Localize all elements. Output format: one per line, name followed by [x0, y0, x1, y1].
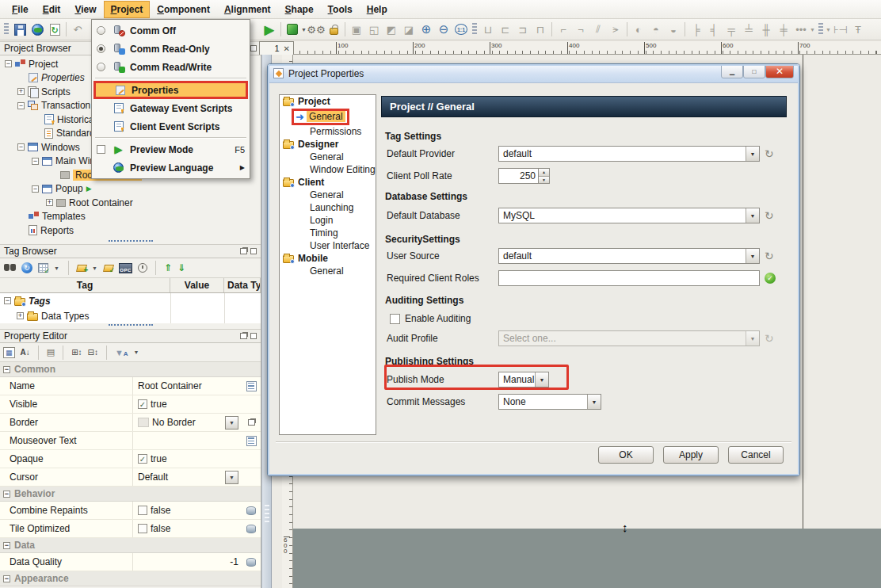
menu-tools[interactable]: Tools: [321, 1, 360, 18]
zoom-in-button[interactable]: ⊕: [418, 21, 435, 38]
tree-item-root-container-popup[interactable]: Root Container: [0, 196, 261, 210]
flip-horizontal-button[interactable]: ⫽: [589, 21, 607, 38]
panel-splitter-handle[interactable]: [109, 240, 153, 242]
edit-text-icon[interactable]: [246, 381, 257, 391]
tree-designer[interactable]: Designer: [280, 138, 376, 151]
commit-messages-combo[interactable]: None▼: [498, 394, 601, 410]
refresh-icon[interactable]: ↻: [765, 250, 774, 262]
rotate-right-button[interactable]: ¬: [572, 21, 589, 38]
align-h-right-button[interactable]: ╡: [705, 21, 723, 38]
undo-button[interactable]: ↶: [69, 21, 86, 38]
float-panel-icon[interactable]: [240, 248, 247, 254]
menu-alignment[interactable]: Alignment: [217, 1, 278, 18]
security-button[interactable]: [325, 21, 342, 38]
database-binding-icon[interactable]: [246, 558, 256, 567]
opc-browse-icon[interactable]: OPC: [119, 263, 132, 273]
export-tags-icon[interactable]: ⇓: [177, 262, 185, 273]
toolbar-grip[interactable]: [472, 23, 477, 36]
zoom-actual-button[interactable]: 1:1: [452, 21, 470, 38]
tree-client[interactable]: Client: [280, 176, 376, 189]
menu-item-comm-off[interactable]: Comm Off: [93, 21, 249, 40]
align-right-button[interactable]: ⊐: [514, 21, 532, 38]
tree-launching[interactable]: Launching: [280, 201, 376, 214]
tree-window-editing[interactable]: Window Editing: [280, 163, 376, 176]
align-top-button[interactable]: ⊓: [532, 21, 549, 38]
shape-union-button[interactable]: ◐: [630, 21, 647, 38]
menu-item-comm-read-only[interactable]: Comm Read-Only: [93, 40, 249, 58]
refresh-icon[interactable]: ↻: [765, 147, 774, 160]
select-bounds-button[interactable]: ▣: [348, 21, 365, 38]
update-project-button[interactable]: [46, 21, 63, 38]
import-tags-icon[interactable]: ⇑: [164, 262, 172, 273]
minimize-panel-icon[interactable]: [250, 45, 257, 52]
resize-handle-icon[interactable]: ↕: [622, 521, 628, 534]
tree-designer-general[interactable]: General: [280, 151, 376, 163]
float-panel-icon[interactable]: [240, 333, 247, 339]
expander-icon[interactable]: [4, 297, 11, 304]
section-appearance[interactable]: Appearance: [0, 571, 261, 586]
shape-intersect-button[interactable]: ◓: [647, 21, 665, 38]
client-poll-rate-spinner[interactable]: 250 ▲▼: [498, 168, 550, 184]
gateway-button[interactable]: [29, 21, 46, 38]
toolbar-grip[interactable]: [4, 23, 9, 36]
visible-checkbox[interactable]: [138, 399, 147, 409]
name-value[interactable]: Root Container: [133, 377, 242, 395]
align-left-button[interactable]: ⊏: [497, 21, 514, 38]
center-horizontal-button[interactable]: ╫: [757, 21, 775, 38]
border-dropdown-button[interactable]: ▼: [225, 416, 238, 430]
collapse-section-icon[interactable]: [3, 575, 10, 582]
tree-mobile-general[interactable]: General: [280, 265, 376, 277]
tree-item-tags[interactable]: Tags: [0, 293, 261, 308]
show-description-icon[interactable]: ▤: [47, 347, 55, 357]
menu-project[interactable]: Project: [104, 1, 151, 18]
expander-icon[interactable]: [17, 312, 24, 319]
menu-file[interactable]: File: [5, 1, 36, 18]
menu-edit[interactable]: Edit: [36, 1, 68, 18]
combine-repaints-checkbox[interactable]: [138, 506, 147, 515]
required-client-roles-input[interactable]: [498, 270, 760, 286]
expander-icon[interactable]: [5, 60, 12, 67]
tag-column-header[interactable]: Tag: [0, 278, 170, 292]
section-behavior[interactable]: Behavior: [0, 487, 261, 502]
datatype-column-header[interactable]: Data Type: [224, 278, 261, 292]
panel-splitter-handle[interactable]: [109, 324, 153, 326]
match-height-button[interactable]: Ŧ: [849, 21, 867, 38]
categorize-view-icon[interactable]: ▦: [3, 347, 15, 358]
menu-view[interactable]: View: [67, 1, 103, 18]
distribute-dropdown-arrow-icon[interactable]: ▼: [810, 27, 816, 32]
project-settings-button[interactable]: ⚙⚙: [307, 21, 325, 38]
collapse-section-icon[interactable]: [3, 491, 10, 498]
section-common[interactable]: Common: [0, 362, 261, 377]
crop-button[interactable]: ◱: [365, 21, 383, 38]
cancel-button[interactable]: Cancel: [728, 446, 784, 464]
menu-item-comm-read-write[interactable]: Comm Read/Write: [93, 58, 249, 76]
match-width-button[interactable]: ⊦⊣: [832, 21, 849, 38]
search-tags-icon[interactable]: [4, 264, 16, 272]
tile-optimized-checkbox[interactable]: [138, 524, 147, 533]
section-data[interactable]: Data: [0, 538, 261, 553]
refresh-tags-icon[interactable]: ↻: [21, 262, 32, 273]
save-button[interactable]: [11, 21, 29, 38]
expander-icon[interactable]: [17, 102, 25, 109]
spinner-up-icon[interactable]: ▲: [539, 169, 549, 177]
expander-icon[interactable]: [17, 88, 25, 95]
minimize-panel-icon[interactable]: [250, 248, 257, 254]
size-dropdown-arrow-icon[interactable]: ▼: [826, 27, 832, 32]
align-bottom-button[interactable]: ⊔: [479, 21, 497, 38]
tree-mobile[interactable]: Mobile: [280, 252, 376, 265]
expander-icon[interactable]: [46, 199, 53, 206]
distribute-button[interactable]: •••: [792, 21, 810, 38]
menu-item-properties[interactable]: Properties: [93, 81, 248, 99]
tree-item-reports[interactable]: Reports: [0, 223, 261, 238]
edit-tags-icon[interactable]: [38, 263, 48, 273]
enable-auditing-checkbox[interactable]: [390, 314, 400, 324]
add-tag-dropdown-arrow-icon[interactable]: ▼: [92, 265, 98, 271]
value-column-header[interactable]: Value: [170, 278, 224, 292]
refresh-icon[interactable]: ↻: [765, 209, 774, 222]
tree-login[interactable]: Login: [280, 214, 376, 227]
scan-class-icon[interactable]: [138, 263, 147, 273]
user-source-combo[interactable]: default▼: [498, 248, 760, 264]
minimize-panel-icon[interactable]: [250, 333, 257, 339]
combo-arrow-icon[interactable]: ▼: [746, 147, 759, 161]
menu-item-preview-language[interactable]: Preview Language ▶: [93, 158, 249, 177]
